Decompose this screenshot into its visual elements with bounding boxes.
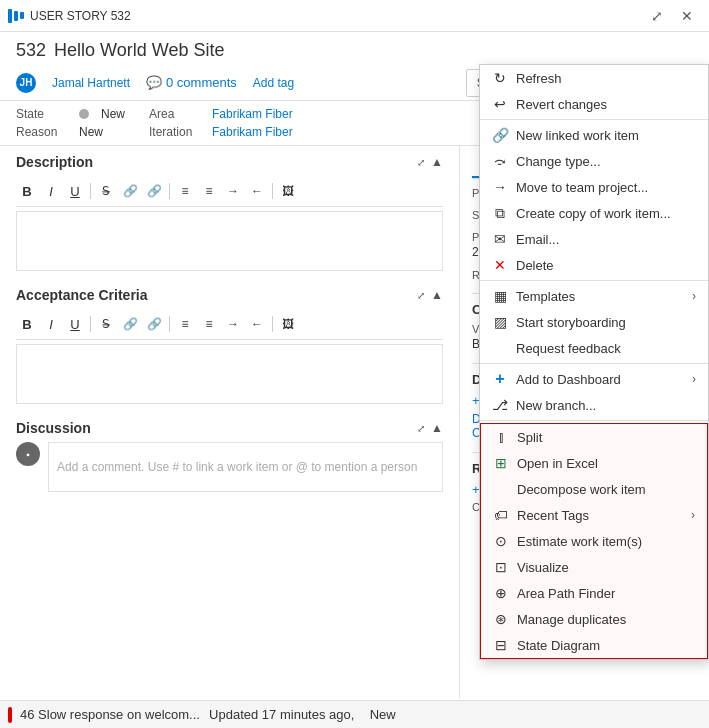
menu-label-refresh: Refresh: [516, 71, 696, 86]
menu-label-delete: Delete: [516, 258, 696, 273]
menu-item-area-path[interactable]: ⊕Area Path Finder: [480, 580, 708, 606]
acceptance-editor[interactable]: [16, 344, 443, 404]
menu-item-dashboard[interactable]: +Add to Dashboard›: [480, 366, 708, 392]
ac-ol-button[interactable]: ≡: [198, 313, 220, 335]
comments-link[interactable]: 💬 0 comments: [146, 75, 237, 90]
description-toolbar: B I U S̶ 🔗 🔗 ≡ ≡ → ← 🖼: [16, 176, 443, 207]
ac-italic-button[interactable]: I: [40, 313, 62, 335]
ac-link-button[interactable]: 🔗: [119, 313, 141, 335]
app-icon: [8, 8, 24, 24]
menu-icon-feedback: [492, 340, 508, 356]
reason-field: Reason New: [16, 125, 125, 139]
bold-button[interactable]: B: [16, 180, 38, 202]
menu-label-open-excel: Open in Excel: [517, 456, 695, 471]
add-tag-link[interactable]: Add tag: [253, 76, 294, 90]
underline-button[interactable]: U: [64, 180, 86, 202]
menu-item-estimate[interactable]: ⊙Estimate work item(s): [480, 528, 708, 554]
menu-icon-move-team: →: [492, 179, 508, 195]
menu-item-new-linked[interactable]: 🔗New linked work item: [480, 122, 708, 148]
ol-button[interactable]: ≡: [198, 180, 220, 202]
collapse-icon[interactable]: ▲: [431, 155, 443, 169]
collapse-icon2[interactable]: ▲: [431, 288, 443, 302]
resize-icon3[interactable]: ⤢: [417, 423, 425, 434]
menu-label-decompose: Decompose work item: [517, 482, 695, 497]
close-button[interactable]: ✕: [673, 4, 701, 28]
strikethrough-button[interactable]: S̶: [95, 180, 117, 202]
menu-item-copy-wi[interactable]: ⧉Create copy of work item...: [480, 200, 708, 226]
menu-item-decompose[interactable]: Decompose work item: [480, 476, 708, 502]
menu-item-new-branch[interactable]: ⎇New branch...: [480, 392, 708, 418]
author-name[interactable]: Jamal Hartnett: [52, 76, 130, 90]
menu-item-move-team[interactable]: →Move to team project...: [480, 174, 708, 200]
menu-label-revert: Revert changes: [516, 97, 696, 112]
status-bar: 46 Slow response on welcom... Updated 17…: [0, 700, 709, 728]
reason-value[interactable]: New: [79, 125, 103, 139]
acceptance-toolbar: B I U S̶ 🔗 🔗 ≡ ≡ → ← 🖼: [16, 309, 443, 340]
menu-item-storyboard[interactable]: ▨Start storyboarding: [480, 309, 708, 335]
resize-icon[interactable]: ⤢: [417, 157, 425, 168]
menu-item-email[interactable]: ✉Email...: [480, 226, 708, 252]
ac-outdent-button[interactable]: ←: [246, 313, 268, 335]
menu-label-duplicates: Manage duplicates: [517, 612, 695, 627]
menu-item-visualize[interactable]: ⊡Visualize: [480, 554, 708, 580]
workitem-title-row: 532 Hello World Web Site: [0, 32, 709, 65]
indent-button[interactable]: →: [222, 180, 244, 202]
menu-item-duplicates[interactable]: ⊛Manage duplicates: [480, 606, 708, 632]
maximize-button[interactable]: ⤢: [643, 4, 671, 28]
menu-icon-recent-tags: 🏷: [493, 507, 509, 523]
ul-button[interactable]: ≡: [174, 180, 196, 202]
menu-label-visualize: Visualize: [517, 560, 695, 575]
state-field: State New: [16, 107, 125, 121]
discussion-header: Discussion ⤢ ▲: [16, 420, 443, 436]
menu-label-split: Split: [517, 430, 695, 445]
menu-separator-16: [480, 420, 708, 421]
ac-strikethrough-button[interactable]: S̶: [95, 313, 117, 335]
collapse-icon3[interactable]: ▲: [431, 421, 443, 435]
menu-icon-split: ⫿: [493, 429, 509, 445]
menu-item-recent-tags[interactable]: 🏷Recent Tags›: [480, 502, 708, 528]
state-value[interactable]: New: [101, 107, 125, 121]
ac-ul-button[interactable]: ≡: [174, 313, 196, 335]
disc-input[interactable]: Add a comment. Use # to link a work item…: [48, 442, 443, 492]
menu-item-refresh[interactable]: ↻Refresh: [480, 65, 708, 91]
ac-link2-button[interactable]: 🔗: [143, 313, 165, 335]
menu-item-split[interactable]: ⫿Split: [480, 423, 708, 450]
toolbar-sep1: [90, 183, 91, 199]
ac-indent-button[interactable]: →: [222, 313, 244, 335]
menu-item-feedback[interactable]: Request feedback: [480, 335, 708, 361]
image-button[interactable]: 🖼: [277, 180, 299, 202]
menu-label-change-type: Change type...: [516, 154, 696, 169]
menu-item-state-diagram[interactable]: ⊟State Diagram: [480, 632, 708, 659]
menu-label-area-path: Area Path Finder: [517, 586, 695, 601]
discussion-title: Discussion: [16, 420, 91, 436]
description-title: Description: [16, 154, 93, 170]
link2-button[interactable]: 🔗: [143, 180, 165, 202]
menu-item-templates[interactable]: ▦Templates›: [480, 283, 708, 309]
menu-item-revert[interactable]: ↩Revert changes: [480, 91, 708, 117]
menu-icon-decompose: [493, 481, 509, 497]
iteration-value[interactable]: Fabrikam Fiber: [212, 125, 293, 139]
description-editor[interactable]: [16, 211, 443, 271]
ac-bold-button[interactable]: B: [16, 313, 38, 335]
description-section: Description ⤢ ▲ B I U S̶ 🔗 🔗 ≡ ≡ → ←: [16, 154, 443, 271]
resize-icon2[interactable]: ⤢: [417, 290, 425, 301]
ac-underline-button[interactable]: U: [64, 313, 86, 335]
ac-image-button[interactable]: 🖼: [277, 313, 299, 335]
menu-label-copy-wi: Create copy of work item...: [516, 206, 696, 221]
outdent-button[interactable]: ←: [246, 180, 268, 202]
iteration-field: Iteration Fabrikam Fiber: [149, 125, 293, 139]
menu-item-open-excel[interactable]: ⊞Open in Excel: [480, 450, 708, 476]
discussion-area: ▪ Add a comment. Use # to link a work it…: [16, 442, 443, 492]
status-indicator: [8, 707, 12, 723]
menu-icon-estimate: ⊙: [493, 533, 509, 549]
menu-item-delete[interactable]: ✕Delete: [480, 252, 708, 278]
link-button[interactable]: 🔗: [119, 180, 141, 202]
area-value[interactable]: Fabrikam Fiber: [212, 107, 293, 121]
italic-button[interactable]: I: [40, 180, 62, 202]
disc-avatar: ▪: [16, 442, 40, 466]
menu-item-change-type[interactable]: ⤼Change type...: [480, 148, 708, 174]
iteration-label: Iteration: [149, 125, 204, 139]
menu-icon-revert: ↩: [492, 96, 508, 112]
menu-label-dashboard: Add to Dashboard: [516, 372, 684, 387]
menu-icon-new-branch: ⎇: [492, 397, 508, 413]
